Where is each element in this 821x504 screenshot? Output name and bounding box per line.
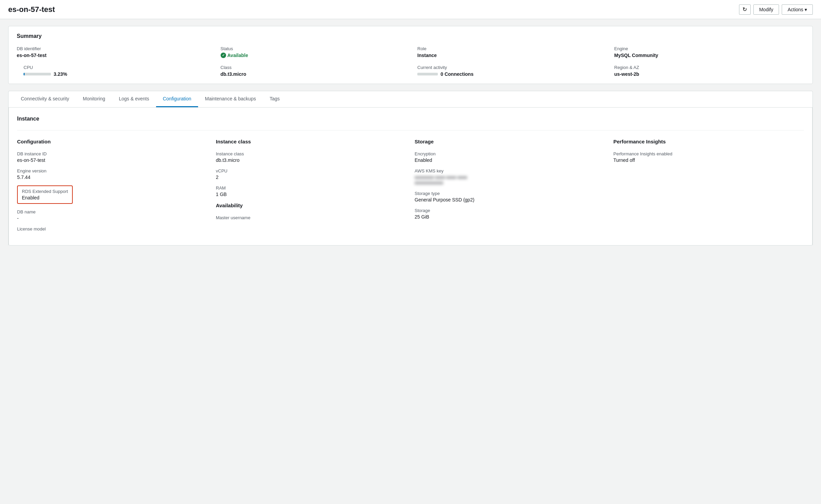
db-name-value: -: [17, 215, 208, 221]
class-value: db.t3.micro: [221, 71, 404, 77]
kms-key-group: AWS KMS key xxxxxxxx-xxxx-xxxx-xxxxxxxxx…: [415, 168, 605, 185]
cpu-bar-container: 3.23%: [24, 71, 207, 77]
instance-grid: Configuration DB instance ID es-on-57-te…: [17, 130, 804, 237]
storage-column: Storage Encryption Enabled AWS KMS key x…: [415, 139, 605, 237]
db-name-group: DB name -: [17, 209, 208, 221]
summary-role: Role Instance: [410, 46, 608, 58]
encryption-value: Enabled: [415, 157, 605, 163]
db-name-label: DB name: [17, 209, 208, 214]
ram-label: RAM: [216, 185, 406, 191]
tab-maintenance[interactable]: Maintenance & backups: [198, 91, 263, 107]
modify-label: Modify: [759, 7, 773, 12]
engine-version-label: Engine version: [17, 168, 208, 173]
instance-class-value: db.t3.micro: [216, 157, 406, 163]
vcpu-group: vCPU 2: [216, 168, 406, 180]
config-col-title: Configuration: [17, 139, 208, 144]
cpu-bar-fill: [24, 73, 25, 75]
pi-enabled-label: Performance Insights enabled: [613, 151, 804, 156]
pi-enabled-group: Performance Insights enabled Turned off: [613, 151, 804, 163]
cpu-percent: 3.23%: [54, 71, 67, 77]
db-identifier-label: DB identifier: [17, 46, 207, 51]
tab-connectivity[interactable]: Connectivity & security: [14, 91, 76, 107]
kms-key-label: AWS KMS key: [415, 168, 605, 173]
rds-extended-value: Enabled: [22, 195, 68, 200]
summary-title: Summary: [17, 33, 804, 39]
main-content: Summary DB identifier es-on-57-test Stat…: [0, 19, 821, 252]
ram-group: RAM 1 GB: [216, 185, 406, 197]
summary-status: Status ✓ Available: [214, 46, 411, 58]
header-actions: ↻ Modify Actions ▾: [739, 4, 813, 15]
storage-size-group: Storage 25 GiB: [415, 208, 605, 220]
db-identifier-value: es-on-57-test: [17, 53, 207, 58]
encryption-label: Encryption: [415, 151, 605, 156]
storage-size-value: 25 GiB: [415, 214, 605, 220]
engine-version-value: 5.7.44: [17, 174, 208, 180]
tab-monitoring[interactable]: Monitoring: [76, 91, 112, 107]
instance-class-col-title: Instance class: [216, 139, 406, 144]
storage-type-label: Storage type: [415, 191, 605, 196]
summary-engine: Engine MySQL Community: [608, 46, 805, 58]
cpu-label: CPU: [24, 65, 207, 70]
connections-container: 0 Connections: [417, 71, 601, 77]
engine-version-group: Engine version 5.7.44: [17, 168, 208, 180]
summary-class: Class db.t3.micro: [214, 65, 411, 77]
status-icon: ✓: [221, 53, 226, 58]
modify-button[interactable]: Modify: [753, 4, 779, 15]
ram-value: 1 GB: [216, 192, 406, 197]
region-value: us-west-2b: [614, 71, 798, 77]
tab-logs[interactable]: Logs & events: [112, 91, 156, 107]
tab-configuration[interactable]: Configuration: [156, 91, 198, 107]
vcpu-label: vCPU: [216, 168, 406, 173]
license-model-group: License model: [17, 226, 208, 232]
activity-label: Current activity: [417, 65, 601, 70]
master-username-label: Master username: [216, 215, 406, 220]
vcpu-value: 2: [216, 174, 406, 180]
storage-type-group: Storage type General Purpose SSD (gp2): [415, 191, 605, 202]
rds-extended-support-box: RDS Extended Support Enabled: [17, 185, 73, 204]
summary-cpu: CPU 3.23%: [17, 65, 214, 77]
status-label: Status: [221, 46, 404, 51]
engine-value: MySQL Community: [614, 53, 798, 58]
pi-enabled-value: Turned off: [613, 157, 804, 163]
performance-insights-column: Performance Insights Performance Insight…: [613, 139, 804, 237]
tab-tags[interactable]: Tags: [263, 91, 287, 107]
cpu-bar: [24, 73, 51, 75]
license-model-label: License model: [17, 226, 208, 232]
refresh-button[interactable]: ↻: [739, 4, 751, 15]
db-instance-id-group: DB instance ID es-on-57-test: [17, 151, 208, 163]
pi-col-title: Performance Insights: [613, 139, 804, 144]
storage-size-label: Storage: [415, 208, 605, 213]
summary-activity: Current activity 0 Connections: [410, 65, 608, 77]
actions-label: Actions ▾: [788, 7, 807, 12]
tabs: Connectivity & security Monitoring Logs …: [9, 91, 812, 108]
availability-title: Availability: [216, 202, 406, 208]
tabs-container: Connectivity & security Monitoring Logs …: [8, 91, 813, 246]
role-value: Instance: [417, 53, 601, 58]
storage-col-title: Storage: [415, 139, 605, 144]
summary-region: Region & AZ us-west-2b: [608, 65, 805, 77]
master-username-group: Master username: [216, 215, 406, 220]
role-label: Role: [417, 46, 601, 51]
page-title: es-on-57-test: [8, 5, 55, 14]
kms-key-value: xxxxxxxx-xxxx-xxxx-xxxxxxxxxxxxxxxx: [415, 174, 605, 185]
actions-button[interactable]: Actions ▾: [782, 4, 813, 15]
instance-class-group: Instance class db.t3.micro: [216, 151, 406, 163]
encryption-group: Encryption Enabled: [415, 151, 605, 163]
summary-db-identifier: DB identifier es-on-57-test: [17, 46, 214, 58]
summary-card: Summary DB identifier es-on-57-test Stat…: [8, 26, 813, 84]
status-value: ✓ Available: [221, 53, 404, 58]
connections-value: 0 Connections: [441, 71, 473, 77]
engine-label: Engine: [614, 46, 798, 51]
status-text: Available: [227, 53, 248, 58]
db-instance-id-value: es-on-57-test: [17, 157, 208, 163]
db-instance-id-label: DB instance ID: [17, 151, 208, 156]
page-header: es-on-57-test ↻ Modify Actions ▾: [0, 0, 821, 19]
instance-class-column: Instance class Instance class db.t3.micr…: [216, 139, 406, 237]
class-label: Class: [221, 65, 404, 70]
instance-card: Instance Configuration DB instance ID es…: [9, 108, 812, 246]
instance-title: Instance: [17, 116, 804, 122]
refresh-icon: ↻: [742, 6, 747, 13]
summary-grid: DB identifier es-on-57-test Status ✓ Ava…: [17, 46, 804, 77]
region-label: Region & AZ: [614, 65, 798, 70]
instance-class-label: Instance class: [216, 151, 406, 156]
